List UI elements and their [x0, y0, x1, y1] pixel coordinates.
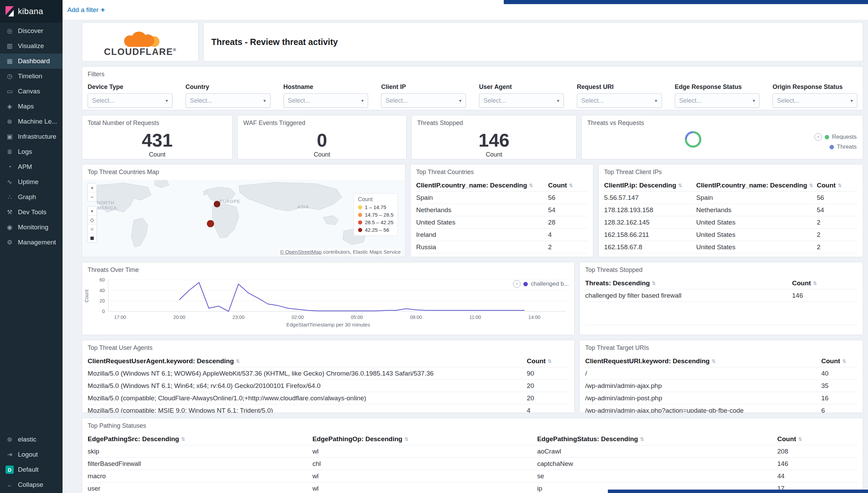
map-canvas[interactable]: NORTH AMERICA EUROPE ASIA + − ⌖ ◇ ○ — [82, 180, 405, 256]
sidebar-item-uptime[interactable]: ∿Uptime — [0, 174, 63, 190]
table-cell: 5.56.57.147 — [604, 194, 696, 202]
table-row: Spain56 — [416, 192, 588, 204]
sidebar-item-logs[interactable]: ≣Logs — [0, 144, 63, 159]
sidebar-item-graph[interactable]: ∴Graph — [0, 190, 63, 205]
sidebar-item-management[interactable]: ⚙Management — [0, 235, 63, 250]
svg-text:40: 40 — [100, 288, 105, 293]
sidebar-item-dashboard[interactable]: ▦Dashboard — [0, 54, 63, 69]
dashboard-content: CLOUDFLARE ® Threats - Review threat act… — [63, 20, 868, 493]
table-row: Mozilla/5.0 (compatible; CloudFlare-Alwa… — [88, 392, 569, 404]
table-cell: United States — [416, 219, 548, 226]
edge-response-status-select[interactable]: Select...▾ — [675, 93, 760, 108]
kibana-home-link[interactable]: kibana — [0, 0, 63, 23]
request-uri-select[interactable]: Select...▾ — [577, 93, 662, 108]
sidebar-item-timelion[interactable]: ◷Timelion — [0, 69, 63, 84]
legend-label[interactable]: challenged b... — [531, 280, 569, 287]
threats-over-time-chart[interactable]: 020406017:0020:0023:0002:0005:0008:0011:… — [88, 277, 569, 321]
sidebar-item-machine-learning[interactable]: ⊛Machine Le... — [0, 114, 63, 129]
sort-icon: ⇅ — [529, 183, 533, 188]
map-marker-netherlands[interactable] — [214, 201, 220, 207]
collapse-icon: ← — [5, 481, 14, 489]
threats-vs-requests-donut[interactable] — [685, 131, 701, 148]
map-draw-rect-button[interactable]: ◼ — [88, 233, 97, 242]
map-marker-spain[interactable] — [207, 220, 214, 227]
panel-title: Filters — [82, 67, 863, 81]
sidebar-item-label: Timelion — [18, 72, 42, 80]
user-agent-select[interactable]: Select...▾ — [479, 93, 564, 108]
table-cell: Netherlands — [416, 206, 548, 214]
table-row: 162.158.67.8United States2 — [604, 241, 857, 253]
threats-vs-requests-panel: Threats vs Requests » Requests Threats — [581, 115, 863, 159]
table-row: 162.158.66.211United States2 — [604, 229, 857, 241]
country-select[interactable]: Select...▾ — [186, 93, 270, 108]
threats-over-time-panel: Threats Over Time 020406017:0020:0023:00… — [82, 262, 575, 335]
map-fit-bounds-button[interactable]: ⌖ — [88, 207, 97, 216]
client-ip-select[interactable]: Select...▾ — [381, 93, 466, 108]
table-cell: United States — [696, 231, 817, 239]
sidebar-item-label: Discover — [18, 27, 43, 35]
column-header[interactable]: EdgePathingOp: Descending⇅ — [312, 435, 537, 443]
sidebar-item-infrastructure[interactable]: ▣Infrastructure — [0, 129, 63, 144]
table-cell: 90 — [527, 370, 569, 377]
column-header[interactable]: Threats: Descending⇅ — [585, 279, 792, 287]
zoom-out-button[interactable]: − — [88, 192, 97, 201]
column-header[interactable]: Count⇅ — [548, 182, 588, 189]
column-header[interactable]: Count⇅ — [792, 279, 857, 287]
column-header[interactable]: Count⇅ — [777, 435, 857, 443]
legend-label[interactable]: Requests — [832, 134, 857, 140]
column-header[interactable]: Count⇅ — [821, 357, 857, 365]
map-draw-circle-button[interactable]: ○ — [88, 225, 97, 233]
sort-icon: ⇅ — [809, 183, 813, 188]
sidebar-item-elastic[interactable]: ⊚elastic — [0, 432, 63, 447]
table-cell: user — [88, 485, 312, 492]
column-header[interactable]: Count⇅ — [527, 357, 569, 365]
hostname-select[interactable]: Select...▾ — [283, 93, 368, 108]
panel-title: Total Number of Requests — [82, 115, 232, 130]
sort-icon: ⇅ — [798, 436, 802, 442]
table-cell: 162.158.67.8 — [604, 243, 696, 251]
table-cell: / — [585, 370, 821, 377]
panel-title: WAF Events Triggered — [238, 115, 406, 130]
svg-text:23:00: 23:00 — [232, 314, 244, 320]
sidebar-collapse-button[interactable]: ←Collapse — [0, 477, 63, 492]
registered-mark: ® — [173, 47, 176, 52]
table-cell: se — [537, 472, 777, 480]
column-header[interactable]: ClientIP.country_name: Descending⇅ — [416, 182, 548, 189]
chevron-down-icon: ▾ — [166, 98, 168, 103]
sidebar-item-dev-tools[interactable]: ⚒Dev Tools — [0, 205, 63, 220]
space-switcher-default[interactable]: DDefault — [0, 462, 63, 477]
sidebar-item-label: Monitoring — [18, 223, 48, 231]
threat-countries-map-panel: Top Threat Countries Map — [82, 164, 405, 257]
chevron-down-icon: ▾ — [459, 98, 461, 103]
add-filter-link[interactable]: Add a filter + — [67, 6, 105, 14]
sidebar-item-logout[interactable]: ⇥Logout — [0, 447, 63, 462]
origin-response-status-select[interactable]: Select...▾ — [772, 93, 857, 108]
table-cell: 208 — [777, 448, 857, 455]
column-header[interactable]: EdgePathingStatus: Descending⇅ — [537, 435, 777, 443]
openstreetmap-link[interactable]: © OpenStreetMap — [280, 249, 322, 255]
legend-toggle-icon[interactable]: » — [814, 133, 822, 141]
table-row: challenged by filter based firewall146 — [585, 289, 857, 302]
column-header[interactable]: ClientRequestURI.keyword: Descending⇅ — [585, 357, 821, 365]
column-header[interactable]: ClientIP.country_name: Descending⇅ — [696, 182, 817, 189]
legend-toggle-icon[interactable]: » — [513, 280, 521, 288]
sidebar-item-monitoring[interactable]: ◉Monitoring — [0, 220, 63, 235]
table-header-row: ClientRequestUserAgent.keyword: Descendi… — [88, 355, 569, 367]
sidebar-item-label: Logs — [18, 148, 32, 156]
cloudflare-cloud-logo — [110, 27, 170, 49]
table-cell: Mozilla/5.0 (Windows NT 6.1; WOW64) Appl… — [88, 370, 527, 377]
zoom-in-button[interactable]: + — [88, 183, 97, 192]
device-type-select[interactable]: Select...▾ — [88, 93, 173, 108]
column-header[interactable]: EdgePathingSrc: Descending⇅ — [88, 435, 312, 443]
column-header[interactable]: ClientRequestUserAgent.keyword: Descendi… — [88, 357, 527, 365]
sidebar-item-canvas[interactable]: ▭Canvas — [0, 84, 63, 99]
sidebar-item-apm[interactable]: ◔APM — [0, 159, 63, 174]
column-header[interactable]: Count⇅ — [817, 182, 857, 189]
sidebar-item-discover[interactable]: ◎Discover — [0, 23, 63, 38]
sidebar-item-visualize[interactable]: ▥Visualize — [0, 38, 63, 54]
metric-total-requests-panel: Total Number of Requests 431Count — [82, 115, 233, 159]
column-header[interactable]: ClientIP.ip: Descending⇅ — [604, 182, 696, 189]
legend-label[interactable]: Threats — [837, 144, 857, 150]
sidebar-item-maps[interactable]: ◈Maps — [0, 99, 63, 114]
map-draw-polygon-button[interactable]: ◇ — [88, 216, 97, 225]
